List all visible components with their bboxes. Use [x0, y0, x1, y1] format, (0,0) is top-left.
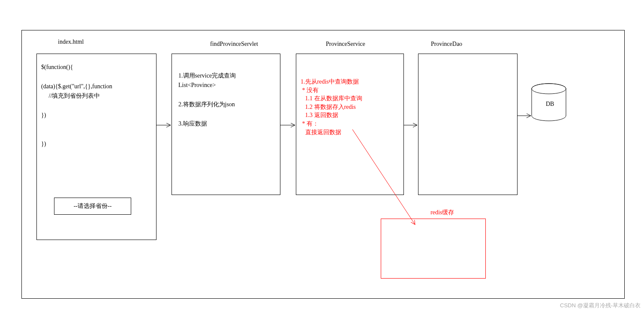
box-servlet: 1.调用service完成查询 List<Province> 2.将数据序列化为…	[172, 54, 280, 195]
title-index: index.html	[58, 39, 84, 45]
index-html-code: $(function(){ (data){$.get("url",{},func…	[41, 63, 112, 149]
db-label: DB	[546, 101, 554, 108]
watermark: CSDN @凝霜月冷残-草木破白衣	[560, 302, 641, 309]
title-service: ProvinceService	[326, 41, 365, 48]
redis-cache-label: redis缓存	[430, 209, 454, 216]
box-dao	[418, 54, 518, 195]
box-redis-cache	[381, 219, 486, 279]
box-index-html: $(function(){ (data){$.get("url",{},func…	[36, 54, 156, 240]
servlet-content: 1.调用service完成查询 List<Province> 2.将数据序列化为…	[178, 71, 236, 129]
title-dao: ProvinceDao	[431, 41, 462, 48]
title-servlet: findProvinceServlet	[210, 41, 258, 48]
province-dropdown[interactable]: --请选择省份--	[54, 198, 131, 215]
box-service: 1.先从redis中查询数据 * 没有 1.1 在从数据库中查询 1.2 将数据…	[296, 54, 404, 195]
service-content: 1.先从redis中查询数据 * 没有 1.1 在从数据库中查询 1.2 将数据…	[301, 78, 362, 136]
